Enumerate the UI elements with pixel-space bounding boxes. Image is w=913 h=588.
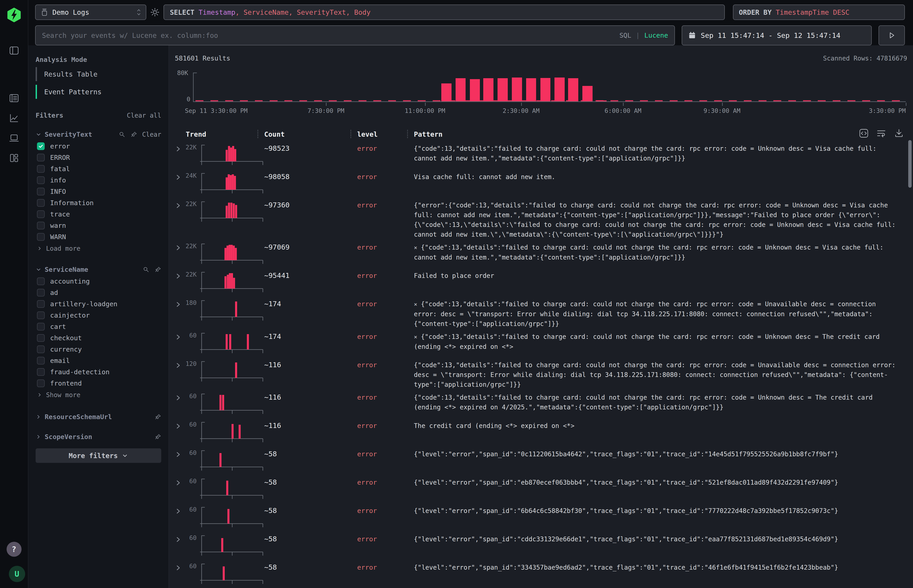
- pattern-text[interactable]: {"error":{"code":13,"details":"failed to…: [414, 200, 907, 239]
- pattern-row[interactable]: 60~58error{"level":"error","span_id":"33…: [175, 559, 907, 588]
- filter-option-email[interactable]: email: [36, 355, 161, 366]
- histogram-bar[interactable]: [597, 100, 607, 101]
- pattern-text[interactable]: {"code":13,"details":"failed to charge c…: [414, 143, 907, 163]
- download-icon[interactable]: [894, 128, 904, 138]
- select-clause-input[interactable]: SELECTTimestamp, ServiceName, SeverityTe…: [163, 5, 725, 20]
- pin-icon[interactable]: [154, 266, 161, 273]
- filter-option-currency[interactable]: currency: [36, 344, 161, 355]
- checkbox[interactable]: [37, 380, 45, 387]
- search-icon[interactable]: [142, 266, 149, 273]
- histogram-bar[interactable]: [456, 78, 466, 101]
- filter-option-fraud-detection[interactable]: fraud-detection: [36, 366, 161, 378]
- pattern-text[interactable]: {"level":"error","span_id":"cddc331329e6…: [414, 534, 907, 544]
- checkbox[interactable]: [37, 199, 45, 207]
- view-source-code-icon[interactable]: [859, 129, 869, 138]
- checkbox[interactable]: [37, 346, 45, 353]
- filter-option-ERROR[interactable]: ERROR: [36, 152, 161, 163]
- pattern-row[interactable]: 24K~98058errorVisa cache full: cannot ad…: [175, 169, 907, 197]
- pattern-text[interactable]: Failed to place order: [414, 270, 907, 281]
- filter-option-Information[interactable]: Information: [36, 197, 161, 208]
- pin-icon[interactable]: [154, 414, 161, 420]
- pattern-text[interactable]: {"level":"error","span_id":"6b64c6c58842…: [414, 506, 907, 516]
- results-histogram[interactable]: 80K 0 Sep 11 3:30:00 PM7:30:00 PM11:00:0…: [175, 64, 907, 121]
- filter-option-checkout[interactable]: checkout: [36, 332, 161, 344]
- sql-mode-toggle[interactable]: SQL: [619, 32, 631, 39]
- histogram-bar[interactable]: [512, 78, 522, 101]
- row-expand-chevron-icon[interactable]: [175, 171, 185, 182]
- filter-option-cart[interactable]: cart: [36, 321, 161, 332]
- table-scrollbar-thumb[interactable]: [908, 140, 911, 188]
- row-expand-chevron-icon[interactable]: [175, 331, 185, 341]
- row-expand-chevron-icon[interactable]: [175, 143, 185, 153]
- checkbox[interactable]: [37, 278, 45, 285]
- dismiss-pattern-icon[interactable]: ×: [414, 244, 417, 251]
- severity-section-header[interactable]: SeverityText Clear: [36, 131, 161, 138]
- pattern-row[interactable]: 22K~97360error{"error":{"code":13,"detai…: [175, 197, 907, 239]
- checkbox[interactable]: [37, 188, 45, 195]
- filter-option-trace[interactable]: trace: [36, 208, 161, 220]
- dashboards-icon[interactable]: [8, 152, 20, 164]
- checkbox[interactable]: [37, 368, 45, 376]
- filter-option-error[interactable]: error: [36, 141, 161, 152]
- order-by-input[interactable]: ORDER BYTimestampTime DESC: [733, 5, 905, 20]
- pattern-text[interactable]: {"code":13,"details":"failed to charge c…: [414, 360, 907, 389]
- filter-option-cainjector[interactable]: cainjector: [36, 310, 161, 321]
- checkbox-checked[interactable]: [37, 142, 45, 150]
- row-expand-chevron-icon[interactable]: [175, 477, 185, 487]
- pattern-text[interactable]: The credit card (ending <*> expired on <…: [414, 420, 907, 431]
- histogram-bar[interactable]: [554, 78, 565, 101]
- row-expand-chevron-icon[interactable]: [175, 360, 185, 370]
- user-avatar[interactable]: U: [9, 566, 25, 582]
- app-logo-icon[interactable]: [7, 8, 21, 22]
- clear-all-filters-button[interactable]: Clear all: [127, 112, 161, 119]
- checkbox[interactable]: [37, 233, 45, 241]
- severity-load-more[interactable]: Load more: [36, 242, 161, 254]
- help-button[interactable]: ?: [6, 542, 21, 557]
- pattern-text[interactable]: ×{"code":13,"details":"failed to charge …: [414, 242, 907, 262]
- filter-option-artillery-loadgen[interactable]: artillery-loadgen: [36, 298, 161, 310]
- pattern-row[interactable]: 22K~98523error{"code":13,"details":"fail…: [175, 141, 907, 169]
- checkbox[interactable]: [37, 222, 45, 229]
- text-wrap-icon[interactable]: [876, 128, 886, 138]
- row-expand-chevron-icon[interactable]: [175, 200, 185, 210]
- checkbox[interactable]: [37, 154, 45, 162]
- service-section-header[interactable]: ServiceName: [36, 266, 161, 273]
- filter-option-ad[interactable]: ad: [36, 287, 161, 298]
- pattern-text[interactable]: {"level":"error","span_id":"0c11220615ba…: [414, 449, 907, 459]
- pattern-row[interactable]: 60~116errorThe credit card (ending <*> e…: [175, 418, 907, 446]
- row-expand-chevron-icon[interactable]: [175, 392, 185, 402]
- column-header-level[interactable]: level: [357, 130, 414, 138]
- row-expand-chevron-icon[interactable]: [175, 562, 185, 572]
- pin-icon[interactable]: [154, 433, 161, 440]
- search-icon[interactable]: [118, 131, 125, 138]
- pattern-row[interactable]: 60~58error{"level":"error","span_id":"6b…: [175, 503, 907, 531]
- pattern-text[interactable]: Visa cache full: cannot add new item.: [414, 171, 907, 182]
- column-header-pattern[interactable]: Pattern: [414, 130, 907, 138]
- histogram-bar[interactable]: [441, 83, 452, 101]
- pattern-row[interactable]: 22K~95441errorFailed to place order: [175, 268, 907, 296]
- sessions-icon[interactable]: [8, 132, 20, 144]
- checkbox[interactable]: [37, 323, 45, 331]
- row-expand-chevron-icon[interactable]: [175, 270, 185, 280]
- mode-results-table[interactable]: Results Table: [36, 67, 161, 81]
- row-expand-chevron-icon[interactable]: [175, 506, 185, 515]
- checkbox[interactable]: [37, 300, 45, 308]
- histogram-bar[interactable]: [470, 79, 480, 101]
- pattern-row[interactable]: 60~58error{"level":"error","span_id":"cd…: [175, 531, 907, 559]
- sidebar-toggle-icon[interactable]: [8, 45, 20, 56]
- pattern-row[interactable]: 60~116error{"code":13,"details":"failed …: [175, 389, 907, 418]
- checkbox[interactable]: [37, 289, 45, 297]
- filter-option-WARN[interactable]: WARN: [36, 231, 161, 242]
- pin-icon[interactable]: [130, 131, 137, 138]
- row-expand-chevron-icon[interactable]: [175, 420, 185, 430]
- source-settings-button[interactable]: [146, 5, 163, 20]
- mode-event-patterns[interactable]: Event Patterns: [36, 85, 161, 99]
- column-header-count[interactable]: Count: [264, 130, 357, 138]
- checkbox[interactable]: [37, 176, 45, 184]
- histogram-bar[interactable]: [582, 86, 592, 101]
- pattern-row[interactable]: 180~174error×{"code":13,"details":"faile…: [175, 296, 907, 329]
- source-select[interactable]: Demo Logs: [35, 5, 146, 20]
- histogram-bar[interactable]: [526, 78, 536, 101]
- time-range-picker[interactable]: Sep 11 15:47:14 - Sep 12 15:47:14: [682, 25, 872, 45]
- checkbox[interactable]: [37, 312, 45, 319]
